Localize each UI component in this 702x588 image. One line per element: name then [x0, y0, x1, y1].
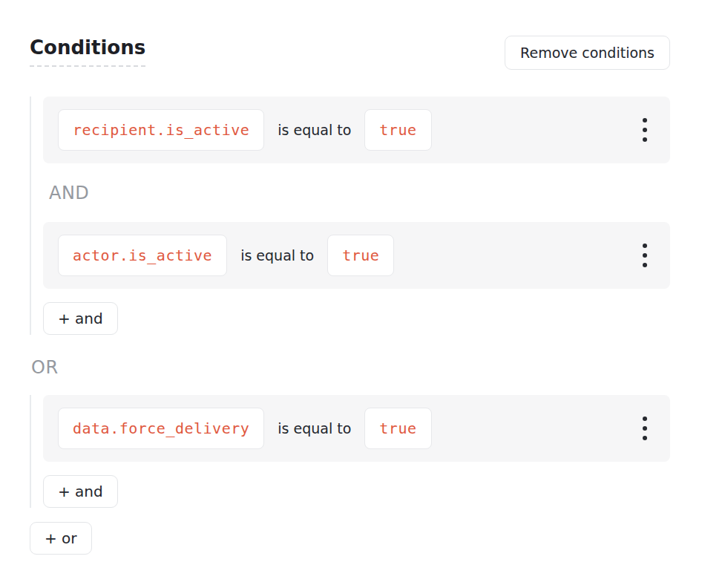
kebab-dot [643, 128, 647, 132]
condition-operator: is equal to [240, 247, 314, 264]
condition-field-chip[interactable]: data.force_delivery [58, 408, 264, 449]
kebab-dot [643, 244, 647, 248]
condition-value-chip[interactable]: true [364, 408, 431, 449]
condition-field-chip[interactable]: recipient.is_active [58, 109, 264, 151]
kebab-dot [643, 416, 647, 421]
kebab-dot [643, 253, 647, 258]
remove-conditions-button[interactable]: Remove conditions [505, 36, 670, 70]
add-or-button[interactable]: + or [30, 522, 92, 555]
kebab-dot [643, 137, 647, 142]
condition-operator: is equal to [278, 420, 351, 437]
and-joiner-label: AND [49, 183, 670, 204]
add-and-button[interactable]: + and [43, 475, 118, 508]
condition-group-1: recipient.is_active is equal to true AND… [30, 97, 670, 335]
kebab-dot [643, 118, 647, 122]
kebab-menu-icon[interactable] [634, 411, 655, 446]
kebab-dot [643, 263, 647, 267]
condition-value-chip[interactable]: true [364, 109, 431, 151]
condition-row: data.force_delivery is equal to true [43, 395, 670, 462]
kebab-dot [643, 426, 647, 431]
add-and-button[interactable]: + and [43, 302, 118, 335]
condition-group-2: data.force_delivery is equal to true + a… [30, 395, 670, 508]
condition-value-chip[interactable]: true [327, 235, 394, 276]
condition-row: recipient.is_active is equal to true [43, 97, 670, 163]
or-joiner-label: OR [31, 357, 670, 379]
kebab-menu-icon[interactable] [634, 238, 655, 273]
kebab-menu-icon[interactable] [634, 112, 655, 148]
condition-operator: is equal to [278, 122, 351, 138]
condition-row: actor.is_active is equal to true [43, 222, 670, 289]
conditions-header: Conditions Remove conditions [30, 36, 670, 70]
kebab-dot [643, 436, 647, 440]
page-title: Conditions [30, 36, 145, 67]
condition-field-chip[interactable]: actor.is_active [58, 235, 227, 276]
